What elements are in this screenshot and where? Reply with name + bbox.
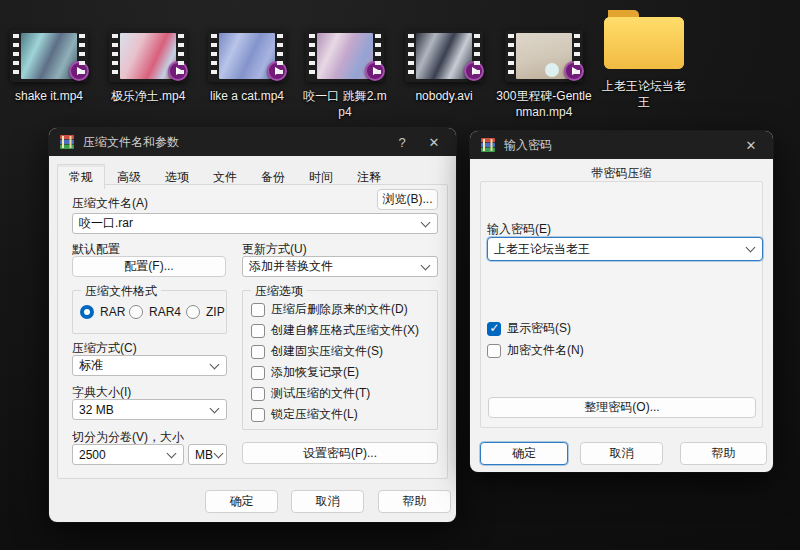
password-subtitle: 带密码压缩	[470, 165, 773, 182]
chevron-down-icon	[167, 448, 177, 458]
checkbox-icon	[251, 408, 265, 422]
browse-button[interactable]: 浏览(B)...	[377, 189, 438, 210]
folder-icon	[600, 6, 688, 72]
checkbox-icon	[251, 366, 265, 380]
file-label: shake it.mp4	[2, 89, 96, 105]
archive-name-value: 咬一口.rar	[79, 215, 133, 232]
password-input[interactable]: 上老王论坛当老王	[487, 237, 763, 261]
checkbox-label: 压缩后删除原来的文件(D)	[271, 301, 408, 318]
archive-name-combobox[interactable]: 咬一口.rar	[72, 213, 438, 234]
checkbox-checked-icon	[487, 322, 501, 336]
radio-zip[interactable]: ZIP	[186, 305, 225, 319]
desktop-file-300-milestone[interactable]: 300里程碑-Gentlenman.mp4	[494, 30, 594, 120]
password-dialog-titlebar[interactable]: 输入密码 ✕	[470, 131, 773, 159]
split-unit-combobox[interactable]: MB	[188, 444, 227, 465]
checkbox-icon	[487, 344, 501, 358]
archive-dialog-title: 压缩文件名和参数	[83, 134, 382, 151]
desktop-folder-laowang[interactable]: 上老王论坛当老王	[596, 6, 692, 110]
dictionary-size-combobox[interactable]: 32 MB	[72, 399, 227, 420]
chevron-down-icon	[210, 403, 220, 413]
desktop-file-jile-jingtu[interactable]: 极乐净土.mp4	[101, 30, 195, 105]
dictionary-size-value: 32 MB	[79, 403, 114, 417]
folder-label: 上老王论坛当老王	[599, 79, 689, 110]
cancel-button[interactable]: 取消	[291, 490, 364, 513]
radio-dot-icon	[129, 305, 143, 319]
ok-button[interactable]: 确定	[205, 490, 278, 513]
radio-rar4[interactable]: RAR4	[129, 305, 181, 319]
checkbox-show-password[interactable]: 显示密码(S)	[487, 320, 571, 337]
checkbox-test-files[interactable]: 测试压缩的文件(T)	[251, 385, 370, 402]
set-password-button[interactable]: 设置密码(P)...	[242, 442, 438, 464]
checkbox-recovery-record[interactable]: 添加恢复记录(E)	[251, 364, 359, 381]
chevron-down-icon	[421, 260, 431, 270]
archive-dialog-titlebar[interactable]: 压缩文件名和参数 ? ✕	[49, 128, 456, 156]
winrar-icon	[480, 137, 496, 153]
archive-dialog: 压缩文件名和参数 ? ✕ 常规 高级 选项 文件 备份 时间 注释 压缩文件名(…	[49, 128, 456, 522]
play-badge-icon	[267, 61, 287, 81]
desktop-file-yaoyikou[interactable]: 咬一口 跳舞2.mp4	[302, 30, 388, 120]
video-thumbnail	[505, 30, 583, 82]
chevron-down-icon	[421, 217, 431, 227]
checkbox-solid[interactable]: 创建固实压缩文件(S)	[251, 343, 383, 360]
archive-options-legend: 压缩选项	[251, 283, 307, 300]
password-input-label: 输入密码(E)	[487, 221, 551, 238]
chevron-down-icon	[210, 359, 220, 369]
update-mode-combobox[interactable]: 添加并替换文件	[242, 256, 438, 277]
checkbox-label: 显示密码(S)	[507, 320, 571, 337]
archive-format-legend: 压缩文件格式	[81, 283, 161, 300]
video-thumbnail	[306, 30, 384, 82]
checkbox-sfx[interactable]: 创建自解压格式压缩文件(X)	[251, 322, 419, 339]
file-label: 极乐净土.mp4	[101, 89, 195, 105]
close-icon[interactable]: ✕	[739, 138, 763, 153]
play-badge-icon	[464, 61, 484, 81]
checkbox-lock-archive[interactable]: 锁定压缩文件(L)	[251, 406, 358, 423]
desktop-file-shake-it[interactable]: shake it.mp4	[2, 30, 96, 105]
checkbox-label: 创建自解压格式压缩文件(X)	[271, 322, 419, 339]
compression-method-value: 标准	[79, 357, 103, 374]
radio-zip-label: ZIP	[206, 305, 225, 319]
play-badge-icon	[168, 61, 188, 81]
help-button[interactable]: 帮助	[378, 490, 451, 513]
play-badge-icon	[69, 61, 89, 81]
help-button[interactable]: ?	[390, 135, 414, 150]
radio-rar[interactable]: RAR	[80, 305, 125, 319]
desktop-file-like-a-cat[interactable]: like a cat.mp4	[200, 30, 294, 105]
checkbox-icon	[251, 345, 265, 359]
help-button[interactable]: 帮助	[680, 442, 767, 465]
video-thumbnail	[405, 30, 483, 82]
update-mode-value: 添加并替换文件	[249, 258, 333, 275]
checkbox-delete-files[interactable]: 压缩后删除原来的文件(D)	[251, 301, 408, 318]
close-icon[interactable]: ✕	[422, 135, 446, 150]
ok-button[interactable]: 确定	[480, 442, 568, 465]
archive-format-group: 压缩文件格式 RAR RAR4 ZIP	[72, 290, 227, 334]
checkbox-label: 创建固实压缩文件(S)	[271, 343, 383, 360]
radio-rar4-label: RAR4	[149, 305, 181, 319]
checkbox-icon	[251, 324, 265, 338]
file-label: nobody.avi	[397, 89, 491, 105]
tab-general[interactable]: 常规	[57, 164, 105, 189]
compression-method-combobox[interactable]: 标准	[72, 355, 227, 376]
checkbox-icon	[251, 303, 265, 317]
split-size-value: 2500	[79, 448, 106, 462]
winrar-icon	[59, 134, 75, 150]
play-badge-icon	[365, 61, 385, 81]
video-thumbnail	[10, 30, 88, 82]
archive-name-label: 压缩文件名(A)	[72, 195, 148, 212]
file-label: 300里程碑-Gentlenman.mp4	[494, 89, 594, 120]
password-panel	[480, 181, 763, 428]
split-size-combobox[interactable]: 2500	[72, 444, 184, 465]
checkbox-icon	[251, 387, 265, 401]
organize-passwords-button[interactable]: 整理密码(O)...	[488, 397, 756, 418]
profiles-button[interactable]: 配置(F)...	[72, 256, 226, 277]
video-thumbnail	[208, 30, 286, 82]
file-label: like a cat.mp4	[200, 89, 294, 105]
checkbox-label: 加密文件名(N)	[507, 342, 584, 359]
archive-options-group: 压缩选项 压缩后删除原来的文件(D) 创建自解压格式压缩文件(X) 创建固实压缩…	[242, 290, 438, 430]
cancel-button[interactable]: 取消	[580, 442, 663, 465]
desktop-file-nobody[interactable]: nobody.avi	[397, 30, 491, 105]
radio-dot-icon	[186, 305, 200, 319]
split-unit-value: MB	[195, 448, 213, 462]
checkbox-encrypt-filenames[interactable]: 加密文件名(N)	[487, 342, 584, 359]
checkbox-label: 锁定压缩文件(L)	[271, 406, 358, 423]
password-dialog: 输入密码 ✕ 带密码压缩 输入密码(E) 上老王论坛当老王 显示密码(S) 加密…	[470, 131, 773, 472]
